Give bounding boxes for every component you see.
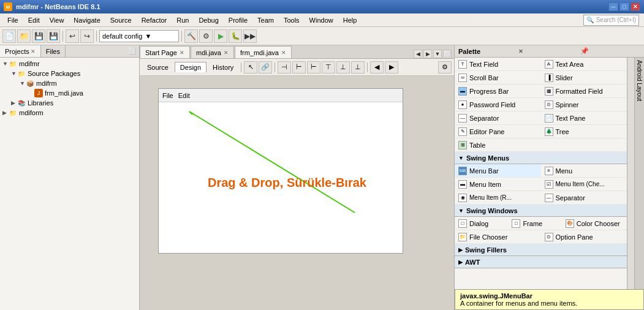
menu-help[interactable]: Help: [338, 15, 362, 25]
optionpane-label: Option Pane: [556, 233, 593, 241]
align-middle-button[interactable]: ⊥: [336, 61, 350, 74]
palette-item-colorchooser[interactable]: 🎨 Color Chooser: [562, 217, 627, 230]
palette-item-separator2[interactable]: — Separator: [541, 191, 627, 204]
tree-label-mdiform: mdiform: [19, 109, 44, 116]
menu-refactor[interactable]: Refactor: [137, 15, 172, 25]
tab-start-page[interactable]: Start Page ✕: [140, 46, 190, 58]
palette-item-radiomenuitem[interactable]: ◉ Menu Item (R...: [455, 191, 541, 204]
canvas-menu-edit[interactable]: Edit: [178, 92, 190, 99]
run-test-button[interactable]: ▶▶: [243, 29, 257, 43]
tree-item-frm-mdi[interactable]: ▶ J frm_mdi.java: [1, 88, 138, 98]
palette-item-menubar[interactable]: MB Menu Bar: [455, 164, 541, 177]
palette-item-checkboxmenuitem[interactable]: ☑ Menu Item (Che...: [541, 178, 627, 191]
tab-scroll-left-button[interactable]: ◀: [414, 50, 422, 58]
undo-button[interactable]: ↩: [66, 29, 79, 43]
minimize-button[interactable]: ─: [608, 2, 618, 11]
tab-menu-button[interactable]: ▼: [433, 50, 442, 58]
close-button[interactable]: ✕: [631, 2, 640, 11]
run-button[interactable]: ▶: [214, 29, 227, 43]
palette-item-menuitem1[interactable]: ▬ Menu Item: [455, 178, 541, 191]
align-right-button[interactable]: ⊢: [307, 61, 320, 74]
palette-item-frame[interactable]: □ Frame: [508, 217, 561, 230]
palette-item-slider[interactable]: ▐ Slider: [541, 71, 627, 84]
title-bar: M mdifmr - NetBeans IDE 8.1 ─ □ ✕: [0, 0, 644, 13]
align-left-button[interactable]: ⊣: [278, 61, 291, 74]
align-top-button[interactable]: ⊤: [322, 61, 335, 74]
new-button[interactable]: 📄: [2, 29, 16, 43]
palette-close-icon[interactable]: ✕: [518, 48, 578, 55]
build-button[interactable]: 🔨: [184, 29, 198, 43]
window-maximize-button[interactable]: ⬜: [443, 50, 452, 58]
tree-item-mdiform[interactable]: ▶ 📁 mdiform: [1, 108, 138, 118]
android-layout-tab[interactable]: Android Layout: [634, 58, 644, 289]
config-dropdown[interactable]: default config ▼: [99, 30, 179, 42]
design-tab[interactable]: Design: [175, 62, 206, 72]
prev-button[interactable]: ◀: [370, 61, 384, 74]
menu-profile[interactable]: Profile: [224, 15, 252, 25]
menu-window[interactable]: Window: [305, 15, 338, 25]
menu-file[interactable]: File: [2, 15, 23, 25]
menu-view[interactable]: View: [45, 15, 69, 25]
tab-mdi-java[interactable]: mdi.java ✕: [191, 46, 234, 58]
swing-menus-section[interactable]: ▼ Swing Menus: [455, 152, 627, 164]
save-all-button[interactable]: 💾: [47, 29, 60, 43]
palette-item-dialog[interactable]: □ Dialog: [455, 217, 508, 230]
open-button[interactable]: 📁: [17, 29, 31, 43]
palette-item-textarea[interactable]: A Text Area: [541, 58, 627, 70]
mdi-java-close-icon[interactable]: ✕: [224, 50, 229, 56]
menu-team[interactable]: Team: [252, 15, 279, 25]
palette-item-editorpane[interactable]: ✎ Editor Pane: [455, 125, 541, 138]
menu-edit[interactable]: Edit: [23, 15, 45, 25]
palette-item-progressbar[interactable]: ▬ Progress Bar: [455, 85, 541, 97]
clean-build-button[interactable]: ⚙: [199, 29, 213, 43]
maximize-button[interactable]: □: [619, 2, 629, 11]
palette-pin-icon[interactable]: 📌: [580, 47, 640, 56]
start-page-close-icon[interactable]: ✕: [180, 50, 184, 56]
tree-item-mdifmr[interactable]: ▼ 📁 mdifmr: [1, 59, 138, 69]
palette-item-optionpane[interactable]: ⊙ Option Pane: [541, 230, 627, 243]
palette-item-scrollbar[interactable]: ═ Scroll Bar: [455, 71, 541, 84]
menu-source[interactable]: Source: [105, 15, 137, 25]
menu-debug[interactable]: Debug: [194, 15, 223, 25]
tree-item-mdifrm[interactable]: ▼ 📦 mdifrm: [1, 78, 138, 88]
align-bottom-button[interactable]: ⊥: [351, 61, 365, 74]
palette-item-textfield[interactable]: T Text Field: [455, 58, 541, 70]
frm-mdi-java-close-icon[interactable]: ✕: [281, 50, 286, 56]
palette-item-textpane[interactable]: 📄 Text Pane: [541, 112, 627, 124]
awt-section[interactable]: ▶ AWT: [455, 256, 627, 268]
palette-row-menubar-menu: MB Menu Bar ≡ Menu: [455, 164, 627, 178]
design-options-button[interactable]: ⚙: [438, 61, 452, 74]
tree-item-source-packages[interactable]: ▼ 📁 Source Packages: [1, 69, 138, 78]
palette-item-spinner[interactable]: ⊙ Spinner: [541, 98, 627, 111]
tab-frm-mdi-java[interactable]: frm_mdi.java ✕: [235, 46, 292, 58]
files-tab[interactable]: Files: [41, 45, 66, 57]
palette-item-table[interactable]: ⊞ Table: [455, 138, 541, 151]
history-tab[interactable]: History: [208, 62, 238, 72]
palette-item-filechooser[interactable]: 📁 File Chooser: [455, 230, 541, 243]
tree-item-libraries[interactable]: ▶ 📚 Libraries: [1, 98, 138, 108]
palette-item-separator[interactable]: — Separator: [455, 112, 541, 124]
select-tool-button[interactable]: ↖: [244, 61, 257, 74]
palette-item-formattedfield[interactable]: ▦ Formatted Field: [541, 85, 627, 97]
palette-item-passwordfield[interactable]: ● Password Field: [455, 98, 541, 111]
projects-tab[interactable]: Projects ✕: [0, 45, 41, 57]
swing-windows-section[interactable]: ▼ Swing Windows: [455, 205, 627, 217]
menu-navigate[interactable]: Navigate: [69, 15, 105, 25]
align-center-button[interactable]: ⊢: [292, 61, 306, 74]
redo-button[interactable]: ↪: [80, 29, 94, 43]
projects-tab-close[interactable]: ✕: [31, 48, 36, 55]
palette-item-menu[interactable]: ≡ Menu: [541, 164, 627, 177]
debug-button[interactable]: 🐛: [229, 29, 242, 43]
swing-fillers-section[interactable]: ▶ Swing Fillers: [455, 244, 627, 256]
panel-maximize[interactable]: ⬜: [126, 45, 139, 57]
tab-scroll-right-button[interactable]: ▶: [423, 50, 432, 58]
save-button[interactable]: 💾: [32, 29, 45, 43]
source-tab[interactable]: Source: [142, 62, 173, 72]
next-button[interactable]: ▶: [385, 61, 398, 74]
palette-scrollbar[interactable]: [627, 58, 634, 289]
palette-item-tree[interactable]: 🌲 Tree: [541, 125, 627, 138]
menu-tools[interactable]: Tools: [279, 15, 305, 25]
menu-run[interactable]: Run: [172, 15, 194, 25]
connection-tool-button[interactable]: 🔗: [259, 61, 272, 74]
canvas-menu-file[interactable]: File: [162, 92, 173, 99]
